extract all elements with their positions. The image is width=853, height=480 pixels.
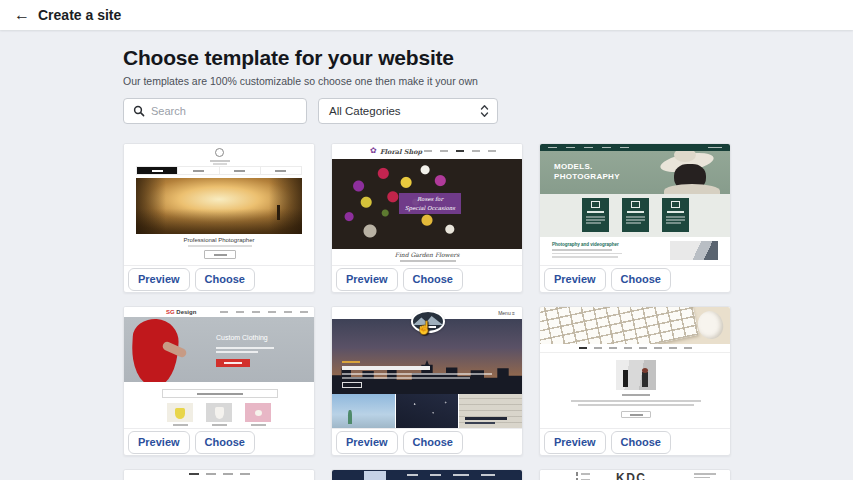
nav-item [178,167,219,174]
search-input[interactable] [151,105,306,117]
choose-button[interactable]: Choose [403,268,463,291]
choose-button[interactable]: Choose [195,268,255,291]
heading-line: MODELS. [554,162,620,172]
banner-line: Roses for [417,195,443,203]
template-body [540,354,730,428]
text-line [216,347,274,349]
template-thumbnail-floral-shop[interactable]: ✿ Floral Shop Roses for Special Occasion… [332,144,522,265]
product-captions [124,424,314,426]
template-thumbnail-partial-kdc[interactable]: KDC [540,470,730,480]
text-line [552,253,622,255]
banner-line: Special Occasions [405,204,455,212]
text-line [197,393,243,395]
person-silhouette [623,370,628,387]
feature-card [582,198,609,232]
card-actions: Preview Choose [332,428,522,455]
text-line [210,160,230,162]
red-cta-button [216,359,250,367]
keyboard-keys [540,307,699,344]
template-thumbnail-sg-design[interactable]: SG Design Custom Clothing [124,307,314,428]
flower-icon: ✿ [370,147,377,155]
template-nav [407,474,495,476]
shoulder-shape [664,184,720,194]
text-line [342,361,360,364]
article-image-strip [332,394,522,428]
choose-button[interactable]: Choose [403,431,463,454]
site-logo-icon [215,148,224,157]
hero-image-model-hat: MODELS. PHOTOGRAPHY [540,151,730,194]
card-actions: Preview Choose [124,265,314,292]
picture-icon [631,201,640,208]
hero-heading: Custom Clothing [216,334,268,341]
page-title: Create a site [38,7,121,23]
nav-item [137,167,178,174]
preview-button[interactable]: Preview [336,431,398,454]
mini-button [621,411,651,418]
template-card-floral-shop: ✿ Floral Shop Roses for Special Occasion… [331,143,523,293]
template-thumbnail-models-photography[interactable]: MODELS. PHOTOGRAPHY Photography and vide… [540,144,730,265]
outline-chip [342,382,362,388]
card-actions: Preview Choose [540,265,730,292]
choose-button[interactable]: Choose [195,431,255,454]
feature-card [662,198,689,232]
pointer-cursor-icon: ☝ [416,320,432,335]
template-card-partial-kdc: KDC [539,469,731,480]
template-thumbnail-partial-2[interactable] [332,470,522,480]
brand-text: Floral Shop [380,148,422,156]
card-actions: Preview Choose [540,428,730,455]
hero-text-block [342,361,492,389]
text-line [342,377,470,379]
nav-item [220,167,261,174]
template-card-sg-design: SG Design Custom Clothing [123,306,315,456]
back-arrow-icon[interactable]: ← [14,6,36,24]
section-title-bar [162,389,278,398]
text-line [213,163,227,165]
template-footer: Photography and videographer [540,237,730,265]
template-card-models-photography: MODELS. PHOTOGRAPHY Photography and vide… [539,143,731,293]
template-thumbnail-photographer[interactable]: Professional Photographer [124,144,314,265]
mouse-shape [694,308,726,342]
template-header: SG Design [124,307,314,317]
text-line [342,366,430,370]
brand-text: KDC [616,471,647,480]
choose-button[interactable]: Choose [611,431,671,454]
product-thumbnails [124,403,314,422]
text-line [216,351,258,353]
feature-cards [540,194,730,237]
template-thumbnail-partial-1[interactable] [124,470,314,480]
product-photo-white-dress [206,403,232,422]
hero-image-red-dress: Custom Clothing [124,317,314,382]
text-line [571,400,701,402]
fence-post [277,205,280,220]
preview-button[interactable]: Preview [544,431,606,454]
office-photo [616,360,656,390]
category-selected-value: All Categories [329,105,480,117]
preview-button[interactable]: Preview [128,431,190,454]
choose-button[interactable]: Choose [611,268,671,291]
text-line [578,404,694,406]
text-line [224,362,242,364]
sketch-photo [459,394,522,428]
section-heading: Choose template for your website [123,46,454,70]
hamburger-icon: ≡ [512,310,515,316]
template-grid: Professional Photographer Preview Choose… [123,143,731,480]
template-card-partial-2 [331,469,523,480]
template-thumbnail-keyboard-minimal[interactable] [540,307,730,428]
text-line [465,417,507,420]
category-select[interactable]: All Categories [318,98,498,124]
text-line [214,254,227,256]
menu-label: Menu ≡ [498,310,515,316]
hero-image-tulips: Roses for Special Occasions [332,159,522,249]
hero-banner: Roses for Special Occasions [399,193,461,214]
template-card-keyboard-minimal: Preview Choose [539,306,731,456]
preview-button[interactable]: Preview [336,268,398,291]
template-header: ✿ Floral Shop [332,144,522,159]
template-thumbnail-city-blog[interactable]: Menu ≡ ☝ [332,307,522,428]
nav-links [694,473,716,480]
card-actions: Preview Choose [124,428,314,455]
statue-of-liberty-photo [332,394,395,428]
nav-links [220,311,308,313]
preview-button[interactable]: Preview [128,268,190,291]
statue-shape [348,410,352,424]
preview-button[interactable]: Preview [544,268,606,291]
